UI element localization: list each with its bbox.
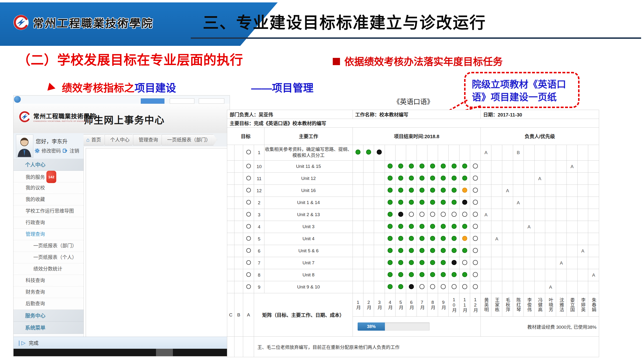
breadcrumb-item[interactable]: 一页纸报表（部门） <box>162 134 217 146</box>
status-dot-green <box>409 224 414 229</box>
breadcrumb-item[interactable]: 管理查询 <box>133 134 164 146</box>
sidebar-section[interactable]: 服务中心 <box>14 310 84 322</box>
owner-name-header: 李俊伟 <box>524 293 534 317</box>
sidebar-item[interactable]: 我的服务142 <box>14 171 84 182</box>
month-header: 2月 <box>364 293 374 317</box>
status-dot-green <box>452 224 456 229</box>
status-dot-green <box>430 200 435 205</box>
status-dot-green <box>420 164 424 169</box>
priority-circle[interactable] <box>246 150 251 154</box>
owner-name-header: 陈红琴 <box>513 293 524 317</box>
status-dot-open <box>473 272 478 277</box>
priority-circle[interactable] <box>246 236 251 241</box>
status-dot-open <box>409 212 414 217</box>
priority-circle[interactable] <box>246 260 251 265</box>
priority-circle[interactable] <box>246 200 251 204</box>
status-dot-green <box>452 176 456 181</box>
breadcrumb: ⌂首页个人中心管理查询一页纸报表（部门） <box>84 133 230 147</box>
status-dot-open <box>473 224 478 229</box>
status-dot-green <box>398 164 403 169</box>
priority-circle[interactable] <box>246 176 251 181</box>
status-dot-green <box>441 200 446 205</box>
user-links: 修改密码 注销 <box>35 147 79 154</box>
right-bullet: 依据绩效考核办法落实年度目标任务 <box>333 53 503 68</box>
user-panel: 您好，李东升 修改密码 注销 <box>14 133 84 159</box>
status-dot-green <box>441 260 446 265</box>
month-header: 7月 <box>417 293 428 317</box>
priority-circle[interactable] <box>246 284 251 289</box>
scroll-top-button[interactable] <box>14 96 21 103</box>
table-row: 8Unit 8A <box>227 269 599 281</box>
status-dot-green <box>409 260 414 265</box>
status-dot-green <box>409 248 414 253</box>
task-number: 4 <box>254 221 264 233</box>
status-dot-green <box>409 188 414 193</box>
sidebar-item[interactable]: 行政查询 <box>14 217 84 229</box>
report-frame-empty <box>86 148 228 347</box>
browser-status-bar: ❘▷ 完成 <box>14 337 230 349</box>
pager-button-active[interactable] <box>141 98 164 104</box>
pager-button[interactable] <box>199 98 224 104</box>
sidebar-item[interactable]: 我的收藏 <box>14 194 84 205</box>
goal-level-c: C <box>227 293 234 337</box>
status-dot-green <box>398 224 403 229</box>
breadcrumb-item[interactable]: ⌂首页 <box>84 134 108 146</box>
task-number: 7 <box>254 257 264 269</box>
status-dot-open <box>462 260 467 265</box>
month-header: 9月 <box>438 293 449 317</box>
sidebar-item[interactable]: 一页纸报表（部门） <box>14 240 84 252</box>
status-dot-green <box>420 248 424 253</box>
sidebar-item[interactable]: 管理查询 <box>14 229 84 240</box>
status-dot-green <box>356 150 360 155</box>
col-goal: 目标 <box>227 128 264 145</box>
status-dot-green <box>462 164 467 169</box>
priority-circle[interactable] <box>246 212 251 216</box>
sidebar-item[interactable]: 我的议校 <box>14 182 84 194</box>
status-dot-green <box>388 212 393 217</box>
sidebar-item[interactable]: 一页纸报表（个人） <box>14 252 84 263</box>
status-dot-green <box>452 248 456 253</box>
owner-priority-letter: A <box>570 164 574 169</box>
user-greeting: 您好，李东升 <box>36 137 68 145</box>
portal-screenshot: 常州工程職業技術學院 CHANGZHOU VOCATIONAL INSTITUT… <box>13 95 230 357</box>
status-dot-green <box>430 164 435 169</box>
sidebar-section[interactable]: 系统菜单 <box>14 322 84 334</box>
priority-circle[interactable] <box>246 248 251 253</box>
status-dot-green <box>420 236 424 241</box>
sidebar-item[interactable]: 后勤查询 <box>14 298 84 310</box>
month-header: 10月 <box>449 293 459 317</box>
sidebar-item[interactable]: 财务查询 <box>14 287 84 298</box>
sidebar-section[interactable]: 个人中心 <box>14 159 84 171</box>
task-number: 12 <box>254 185 264 197</box>
owner-priority-letter: A <box>549 285 552 290</box>
sidebar-item[interactable]: 科技查询 <box>14 275 84 287</box>
portal-header: 常州工程職業技術學院 CHANGZHOU VOCATIONAL INSTITUT… <box>14 104 230 133</box>
status-dot-green <box>409 164 414 169</box>
status-dot-open <box>473 248 478 253</box>
breadcrumb-item[interactable]: 个人中心 <box>104 134 136 146</box>
table-row: 7Unit 7A <box>227 257 599 269</box>
sidebar-item[interactable]: 学校工作运行思维导图 <box>14 205 84 217</box>
status-dot-open <box>473 200 478 205</box>
priority-circle[interactable] <box>246 164 251 168</box>
table-row: 6Unit 5 & 6A <box>227 245 599 257</box>
school-name: 常州工程職業技術學院 <box>32 14 154 30</box>
callout-textbook-project: 院级立项教材《英语口语》项目建设一页纸 <box>464 72 580 108</box>
matrix-row: C B A 矩阵（目标、主要工作、日期、成本） 1月2月3月4月5月6月7月8月… <box>227 293 599 317</box>
priority-circle[interactable] <box>246 188 251 192</box>
logout-link[interactable]: 注销 <box>70 147 79 154</box>
status-dot-green <box>398 176 403 181</box>
status-dot-green <box>388 224 393 229</box>
status-play-icon: ❘▷ <box>17 340 25 346</box>
priority-circle[interactable] <box>246 224 251 229</box>
task-description: Unit 16 <box>264 185 353 197</box>
priority-circle[interactable] <box>246 272 251 277</box>
progress-cell: 38% <box>353 317 481 337</box>
status-dot-green <box>462 272 467 277</box>
change-password-link[interactable]: 修改密码 <box>42 147 61 154</box>
pager-button[interactable] <box>170 98 194 104</box>
status-dot-green <box>420 272 424 277</box>
sidebar-item[interactable]: 绩效分数统计 <box>14 263 84 275</box>
owner-name-header: 叶晓芳 <box>545 293 556 317</box>
month-header: 3月 <box>374 293 385 317</box>
